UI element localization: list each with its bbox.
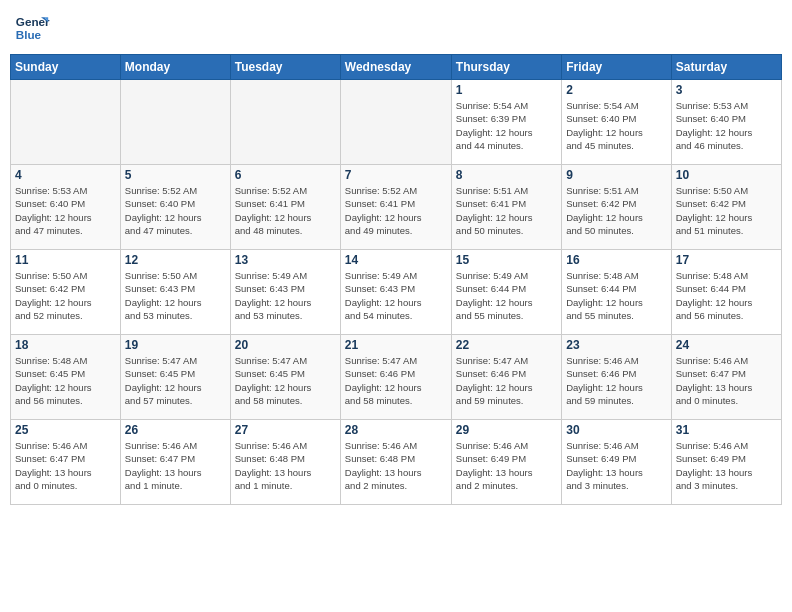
day-number: 11 <box>15 253 116 267</box>
calendar-cell: 31Sunrise: 5:46 AM Sunset: 6:49 PM Dayli… <box>671 420 781 505</box>
calendar-cell: 19Sunrise: 5:47 AM Sunset: 6:45 PM Dayli… <box>120 335 230 420</box>
calendar-cell: 12Sunrise: 5:50 AM Sunset: 6:43 PM Dayli… <box>120 250 230 335</box>
calendar-cell: 10Sunrise: 5:50 AM Sunset: 6:42 PM Dayli… <box>671 165 781 250</box>
svg-text:Blue: Blue <box>16 28 42 41</box>
day-number: 26 <box>125 423 226 437</box>
day-info: Sunrise: 5:47 AM Sunset: 6:46 PM Dayligh… <box>345 354 447 407</box>
calendar-cell: 1Sunrise: 5:54 AM Sunset: 6:39 PM Daylig… <box>451 80 561 165</box>
day-header-tuesday: Tuesday <box>230 55 340 80</box>
day-info: Sunrise: 5:48 AM Sunset: 6:44 PM Dayligh… <box>566 269 666 322</box>
logo: General Blue <box>14 10 54 46</box>
svg-text:General: General <box>16 15 50 28</box>
day-info: Sunrise: 5:52 AM Sunset: 6:41 PM Dayligh… <box>345 184 447 237</box>
day-number: 7 <box>345 168 447 182</box>
day-number: 4 <box>15 168 116 182</box>
day-number: 23 <box>566 338 666 352</box>
day-info: Sunrise: 5:46 AM Sunset: 6:47 PM Dayligh… <box>676 354 777 407</box>
day-header-friday: Friday <box>562 55 671 80</box>
day-number: 13 <box>235 253 336 267</box>
day-info: Sunrise: 5:54 AM Sunset: 6:39 PM Dayligh… <box>456 99 557 152</box>
day-info: Sunrise: 5:47 AM Sunset: 6:45 PM Dayligh… <box>235 354 336 407</box>
day-info: Sunrise: 5:46 AM Sunset: 6:49 PM Dayligh… <box>566 439 666 492</box>
calendar-cell: 26Sunrise: 5:46 AM Sunset: 6:47 PM Dayli… <box>120 420 230 505</box>
day-number: 22 <box>456 338 557 352</box>
day-info: Sunrise: 5:48 AM Sunset: 6:44 PM Dayligh… <box>676 269 777 322</box>
calendar-cell: 17Sunrise: 5:48 AM Sunset: 6:44 PM Dayli… <box>671 250 781 335</box>
calendar-week-1: 1Sunrise: 5:54 AM Sunset: 6:39 PM Daylig… <box>11 80 782 165</box>
day-info: Sunrise: 5:48 AM Sunset: 6:45 PM Dayligh… <box>15 354 116 407</box>
day-number: 30 <box>566 423 666 437</box>
day-info: Sunrise: 5:53 AM Sunset: 6:40 PM Dayligh… <box>676 99 777 152</box>
day-info: Sunrise: 5:52 AM Sunset: 6:41 PM Dayligh… <box>235 184 336 237</box>
calendar-cell: 21Sunrise: 5:47 AM Sunset: 6:46 PM Dayli… <box>340 335 451 420</box>
day-number: 15 <box>456 253 557 267</box>
calendar-cell: 4Sunrise: 5:53 AM Sunset: 6:40 PM Daylig… <box>11 165 121 250</box>
day-number: 9 <box>566 168 666 182</box>
day-info: Sunrise: 5:49 AM Sunset: 6:43 PM Dayligh… <box>235 269 336 322</box>
page-header: General Blue <box>10 10 782 46</box>
calendar: SundayMondayTuesdayWednesdayThursdayFrid… <box>10 54 782 505</box>
calendar-cell: 27Sunrise: 5:46 AM Sunset: 6:48 PM Dayli… <box>230 420 340 505</box>
day-info: Sunrise: 5:46 AM Sunset: 6:48 PM Dayligh… <box>235 439 336 492</box>
calendar-cell: 16Sunrise: 5:48 AM Sunset: 6:44 PM Dayli… <box>562 250 671 335</box>
calendar-cell: 28Sunrise: 5:46 AM Sunset: 6:48 PM Dayli… <box>340 420 451 505</box>
day-info: Sunrise: 5:46 AM Sunset: 6:48 PM Dayligh… <box>345 439 447 492</box>
day-header-wednesday: Wednesday <box>340 55 451 80</box>
day-info: Sunrise: 5:54 AM Sunset: 6:40 PM Dayligh… <box>566 99 666 152</box>
day-number: 24 <box>676 338 777 352</box>
calendar-cell: 5Sunrise: 5:52 AM Sunset: 6:40 PM Daylig… <box>120 165 230 250</box>
calendar-cell: 25Sunrise: 5:46 AM Sunset: 6:47 PM Dayli… <box>11 420 121 505</box>
day-number: 6 <box>235 168 336 182</box>
day-info: Sunrise: 5:47 AM Sunset: 6:46 PM Dayligh… <box>456 354 557 407</box>
day-number: 25 <box>15 423 116 437</box>
calendar-cell: 11Sunrise: 5:50 AM Sunset: 6:42 PM Dayli… <box>11 250 121 335</box>
day-info: Sunrise: 5:46 AM Sunset: 6:47 PM Dayligh… <box>125 439 226 492</box>
day-header-sunday: Sunday <box>11 55 121 80</box>
day-number: 28 <box>345 423 447 437</box>
day-number: 1 <box>456 83 557 97</box>
day-number: 12 <box>125 253 226 267</box>
day-info: Sunrise: 5:52 AM Sunset: 6:40 PM Dayligh… <box>125 184 226 237</box>
day-number: 16 <box>566 253 666 267</box>
calendar-cell: 9Sunrise: 5:51 AM Sunset: 6:42 PM Daylig… <box>562 165 671 250</box>
day-number: 19 <box>125 338 226 352</box>
day-info: Sunrise: 5:49 AM Sunset: 6:43 PM Dayligh… <box>345 269 447 322</box>
day-number: 8 <box>456 168 557 182</box>
calendar-cell: 3Sunrise: 5:53 AM Sunset: 6:40 PM Daylig… <box>671 80 781 165</box>
calendar-cell: 15Sunrise: 5:49 AM Sunset: 6:44 PM Dayli… <box>451 250 561 335</box>
calendar-cell: 13Sunrise: 5:49 AM Sunset: 6:43 PM Dayli… <box>230 250 340 335</box>
calendar-cell: 6Sunrise: 5:52 AM Sunset: 6:41 PM Daylig… <box>230 165 340 250</box>
day-info: Sunrise: 5:46 AM Sunset: 6:49 PM Dayligh… <box>456 439 557 492</box>
calendar-cell <box>11 80 121 165</box>
day-header-saturday: Saturday <box>671 55 781 80</box>
day-number: 17 <box>676 253 777 267</box>
day-number: 29 <box>456 423 557 437</box>
calendar-cell <box>120 80 230 165</box>
day-number: 10 <box>676 168 777 182</box>
calendar-cell: 8Sunrise: 5:51 AM Sunset: 6:41 PM Daylig… <box>451 165 561 250</box>
day-info: Sunrise: 5:46 AM Sunset: 6:47 PM Dayligh… <box>15 439 116 492</box>
day-number: 21 <box>345 338 447 352</box>
day-info: Sunrise: 5:46 AM Sunset: 6:49 PM Dayligh… <box>676 439 777 492</box>
calendar-cell <box>230 80 340 165</box>
day-info: Sunrise: 5:46 AM Sunset: 6:46 PM Dayligh… <box>566 354 666 407</box>
calendar-cell: 22Sunrise: 5:47 AM Sunset: 6:46 PM Dayli… <box>451 335 561 420</box>
day-info: Sunrise: 5:50 AM Sunset: 6:42 PM Dayligh… <box>15 269 116 322</box>
day-number: 5 <box>125 168 226 182</box>
day-info: Sunrise: 5:51 AM Sunset: 6:41 PM Dayligh… <box>456 184 557 237</box>
day-info: Sunrise: 5:47 AM Sunset: 6:45 PM Dayligh… <box>125 354 226 407</box>
calendar-cell: 2Sunrise: 5:54 AM Sunset: 6:40 PM Daylig… <box>562 80 671 165</box>
day-info: Sunrise: 5:50 AM Sunset: 6:42 PM Dayligh… <box>676 184 777 237</box>
calendar-cell: 24Sunrise: 5:46 AM Sunset: 6:47 PM Dayli… <box>671 335 781 420</box>
calendar-cell: 14Sunrise: 5:49 AM Sunset: 6:43 PM Dayli… <box>340 250 451 335</box>
calendar-cell: 23Sunrise: 5:46 AM Sunset: 6:46 PM Dayli… <box>562 335 671 420</box>
day-info: Sunrise: 5:50 AM Sunset: 6:43 PM Dayligh… <box>125 269 226 322</box>
calendar-cell: 7Sunrise: 5:52 AM Sunset: 6:41 PM Daylig… <box>340 165 451 250</box>
calendar-cell: 30Sunrise: 5:46 AM Sunset: 6:49 PM Dayli… <box>562 420 671 505</box>
calendar-week-3: 11Sunrise: 5:50 AM Sunset: 6:42 PM Dayli… <box>11 250 782 335</box>
day-number: 14 <box>345 253 447 267</box>
day-info: Sunrise: 5:49 AM Sunset: 6:44 PM Dayligh… <box>456 269 557 322</box>
calendar-week-2: 4Sunrise: 5:53 AM Sunset: 6:40 PM Daylig… <box>11 165 782 250</box>
day-number: 20 <box>235 338 336 352</box>
day-info: Sunrise: 5:53 AM Sunset: 6:40 PM Dayligh… <box>15 184 116 237</box>
